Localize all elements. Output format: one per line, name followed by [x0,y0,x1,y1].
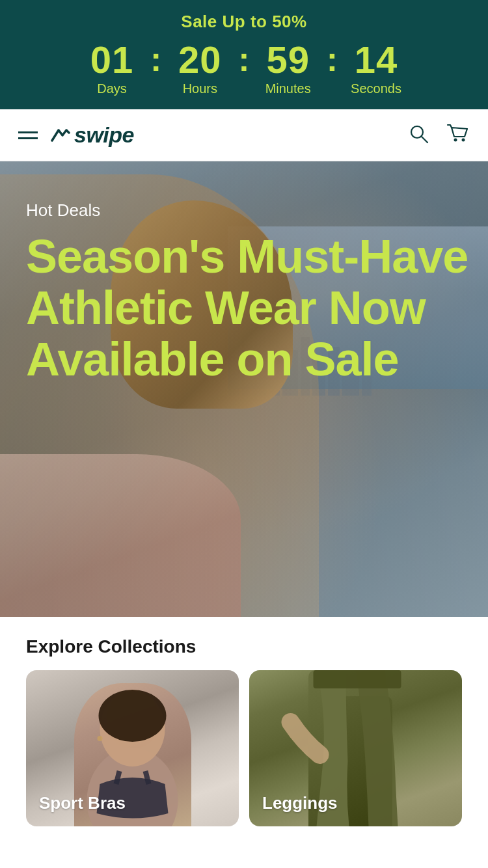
collection-card-leggings[interactable]: Leggings [249,670,462,826]
hero-title-line-3: Available on Sale [26,333,399,385]
search-icon [407,122,431,146]
hours-value: 20 [178,41,222,79]
hours-unit: 20 Hours [164,41,236,96]
seconds-value: 14 [355,41,398,79]
svg-point-7 [98,736,103,741]
minutes-label: Minutes [265,81,311,96]
logo-text: swipe [74,122,134,148]
hero-title-line-1: Season's Must-Have [26,230,468,282]
days-unit: 01 Days [76,41,148,96]
collections-grid: Sport Bras Leggings [0,670,488,826]
header-right [407,122,470,148]
hamburger-line-1 [18,131,38,133]
logo-icon [49,126,70,144]
collections-title: Explore Collections [0,636,488,670]
hero-tag: Hot Deals [26,200,468,221]
svg-line-8 [116,771,120,784]
minutes-value: 59 [266,41,310,79]
hero-title: Season's Must-Have Athletic Wear Now Ava… [26,231,468,386]
hero-text-content: Hot Deals Season's Must-Have Athletic We… [26,200,468,386]
hours-label: Hours [183,81,217,96]
header-left: swipe [18,122,134,148]
svg-line-1 [422,137,427,142]
sale-title: Sale Up to 50% [13,12,475,32]
days-label: Days [97,81,127,96]
colon-1: : [148,41,164,76]
sale-banner: Sale Up to 50% 01 Days : 20 Hours : 59 M… [0,0,488,109]
svg-point-6 [99,690,167,742]
svg-point-2 [454,139,457,142]
hamburger-line-2 [18,137,38,139]
main-header: swipe [0,109,488,161]
cart-icon [446,122,470,146]
svg-line-9 [146,771,149,784]
sport-bras-label: Sport Bras [39,793,126,813]
countdown-timer: 01 Days : 20 Hours : 59 Minutes : 14 Sec… [13,41,475,96]
cart-button[interactable] [446,122,470,148]
days-value: 01 [90,41,134,79]
collection-card-sport-bras[interactable]: Sport Bras [26,670,239,826]
leggings-label: Leggings [262,793,338,813]
colon-3: : [324,41,340,76]
hero-title-line-2: Athletic Wear Now [26,282,426,334]
minutes-unit: 59 Minutes [252,41,324,96]
search-button[interactable] [407,122,431,148]
seconds-label: Seconds [351,81,401,96]
hamburger-menu-button[interactable] [18,131,38,139]
colon-2: : [236,41,252,76]
svg-point-3 [462,139,465,142]
seconds-unit: 14 Seconds [340,41,412,96]
svg-rect-10 [314,670,401,688]
logo[interactable]: swipe [49,122,134,148]
hero-section: Hot Deals Season's Must-Have Athletic We… [0,161,488,617]
collections-section: Explore Collections Sport Bras [0,617,488,826]
